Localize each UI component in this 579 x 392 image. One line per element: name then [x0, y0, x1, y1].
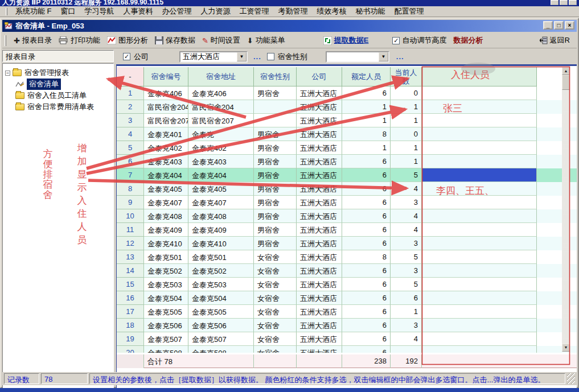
column-header[interactable] — [422, 67, 537, 86]
table-cell[interactable]: 五洲大酒店 — [297, 332, 342, 346]
table-cell[interactable]: 金泰克501 — [144, 250, 188, 264]
table-cell[interactable]: 金泰克410 — [144, 237, 188, 250]
tree-root-node[interactable]: − 宿舍管理报表 — [5, 67, 111, 79]
table-cell[interactable]: 女宿舍 — [254, 291, 297, 305]
table-cell[interactable]: 1 — [342, 114, 391, 127]
table-cell[interactable]: 金泰克408 — [144, 209, 188, 223]
table-row[interactable]: 11金泰克409金泰克409男宿舍五洲大酒店64 — [117, 223, 577, 237]
menu-item[interactable]: 配置管理 — [390, 6, 429, 17]
table-cell[interactable]: 金泰克502 — [188, 264, 254, 278]
company-combobox[interactable]: 五洲大酒店 ▼ — [179, 51, 248, 63]
column-header[interactable]: - — [117, 67, 144, 86]
table-cell[interactable]: 4 — [391, 223, 422, 237]
table-cell[interactable]: 五洲大酒店 — [297, 223, 342, 237]
table-cell[interactable]: 4 — [391, 182, 422, 196]
table-cell[interactable]: 12 — [117, 237, 144, 250]
menu-item[interactable]: 工资管理 — [235, 6, 274, 17]
menu-item[interactable]: 绩效考核 — [313, 6, 351, 17]
table-cell[interactable]: 金泰克409 — [144, 223, 188, 237]
print-button[interactable]: 打印功能 — [55, 34, 104, 47]
table-row[interactable]: 16金泰克504金泰克504女宿舍五洲大酒店66 — [117, 291, 577, 305]
table-cell[interactable]: 金泰克502 — [144, 264, 188, 278]
table-row[interactable]: 9金泰克407金泰克407男宿舍五洲大酒店63 — [117, 196, 577, 209]
table-row[interactable]: 12金泰克410金泰克410男宿舍五洲大酒店63 — [117, 237, 577, 250]
table-cell[interactable]: 6 — [342, 209, 391, 223]
gender-checkbox[interactable] — [267, 53, 274, 60]
table-cell[interactable] — [422, 182, 537, 196]
table-row[interactable]: 5金泰克402金泰克402男宿舍五洲大酒店11 — [117, 141, 577, 155]
table-cell[interactable]: 五洲大酒店 — [297, 168, 342, 182]
table-cell[interactable]: 8 — [342, 127, 391, 141]
table-cell[interactable]: 6 — [342, 319, 391, 332]
table-cell[interactable]: 6 — [342, 291, 391, 305]
table-row[interactable]: 4金泰克401金泰克男宿舍五洲大酒店80 — [117, 127, 577, 141]
table-row[interactable]: 13金泰克501金泰克501女宿舍五洲大酒店85 — [117, 250, 577, 264]
table-cell[interactable]: 金泰克508 — [188, 346, 254, 353]
table-cell[interactable] — [422, 305, 537, 319]
table-cell[interactable]: 金泰克407 — [188, 196, 254, 209]
table-cell[interactable]: 女宿舍 — [254, 305, 297, 319]
table-cell[interactable]: 富民宿舍207 — [144, 114, 188, 127]
table-cell[interactable]: 1 — [117, 86, 144, 100]
table-cell[interactable]: 4 — [117, 127, 144, 141]
table-cell[interactable]: 女宿舍 — [254, 346, 297, 353]
table-cell[interactable]: 3 — [391, 319, 422, 332]
table-cell[interactable]: 16 — [117, 291, 144, 305]
table-cell[interactable]: 5 — [391, 278, 422, 291]
table-cell[interactable]: 女宿舍 — [254, 264, 297, 278]
table-cell[interactable]: 9 — [117, 196, 144, 209]
table-cell[interactable]: 五洲大酒店 — [297, 291, 342, 305]
table-cell[interactable]: 金泰克402 — [144, 141, 188, 155]
table-cell[interactable]: 五洲大酒店 — [297, 305, 342, 319]
main-minimize-button[interactable] — [551, 0, 559, 5]
time-settings-button[interactable]: ✎ 时间设置 — [199, 34, 244, 47]
table-cell[interactable]: 8 — [117, 182, 144, 196]
table-cell[interactable]: 0 — [391, 127, 422, 141]
menu-item[interactable]: 人力资源 — [196, 6, 235, 17]
table-cell[interactable]: 五洲大酒店 — [297, 196, 342, 209]
column-header[interactable]: 宿舍性别 — [254, 67, 297, 86]
table-cell[interactable]: 6 — [117, 155, 144, 168]
table-cell[interactable] — [422, 278, 537, 291]
table-cell[interactable]: 17 — [117, 305, 144, 319]
company-more-button[interactable]: ... — [253, 52, 261, 61]
table-cell[interactable]: 金泰克410 — [188, 237, 254, 250]
combo-dropdown-icon[interactable]: ▼ — [379, 52, 388, 61]
table-cell[interactable] — [422, 196, 537, 209]
child-maximize-button[interactable]: □ — [554, 21, 564, 30]
table-row[interactable]: 3富民宿舍207富民宿舍207五洲大酒店11 — [117, 114, 577, 127]
table-cell[interactable]: 五洲大酒店 — [297, 155, 342, 168]
table-cell[interactable]: 11 — [117, 223, 144, 237]
table-cell[interactable]: 14 — [117, 264, 144, 278]
collapse-icon[interactable]: − — [5, 71, 10, 76]
table-cell[interactable]: 金泰克407 — [144, 196, 188, 209]
table-cell[interactable]: 10 — [117, 209, 144, 223]
table-cell[interactable]: 男宿舍 — [254, 182, 297, 196]
table-cell[interactable]: 金泰克505 — [144, 305, 188, 319]
menu-item[interactable]: 考勤管理 — [274, 6, 313, 17]
gender-combobox[interactable]: ▼ — [326, 51, 389, 63]
table-cell[interactable]: 6 — [391, 291, 422, 305]
table-cell[interactable] — [422, 209, 537, 223]
toolbar-grip[interactable] — [5, 35, 6, 46]
table-cell[interactable]: 五洲大酒店 — [297, 141, 342, 155]
table-cell[interactable]: 6 — [342, 182, 391, 196]
table-cell[interactable]: 女宿舍 — [254, 332, 297, 346]
table-cell[interactable]: 3 — [117, 114, 144, 127]
table-row[interactable]: 14金泰克502金泰克502女宿舍五洲大酒店63 — [117, 264, 577, 278]
table-cell[interactable]: 5 — [391, 168, 422, 182]
table-cell[interactable]: 金泰克501 — [188, 250, 254, 264]
vertical-scrollbar[interactable]: ▲ ▼ — [562, 67, 570, 352]
table-cell[interactable]: 富民宿舍204 — [144, 100, 188, 114]
column-header[interactable]: 额定人员 — [342, 67, 391, 86]
scroll-up-icon[interactable]: ▲ — [562, 67, 570, 75]
table-cell[interactable]: 男宿舍 — [254, 168, 297, 182]
table-cell[interactable] — [422, 250, 537, 264]
table-cell[interactable]: 金泰克503 — [188, 278, 254, 291]
table-cell[interactable]: 男宿舍 — [254, 127, 297, 141]
table-cell[interactable]: 19 — [117, 332, 144, 346]
table-cell[interactable]: 6 — [342, 264, 391, 278]
table-cell[interactable]: 五洲大酒店 — [297, 182, 342, 196]
table-cell[interactable]: 富民宿舍204 — [188, 100, 254, 114]
table-cell[interactable] — [254, 100, 297, 114]
